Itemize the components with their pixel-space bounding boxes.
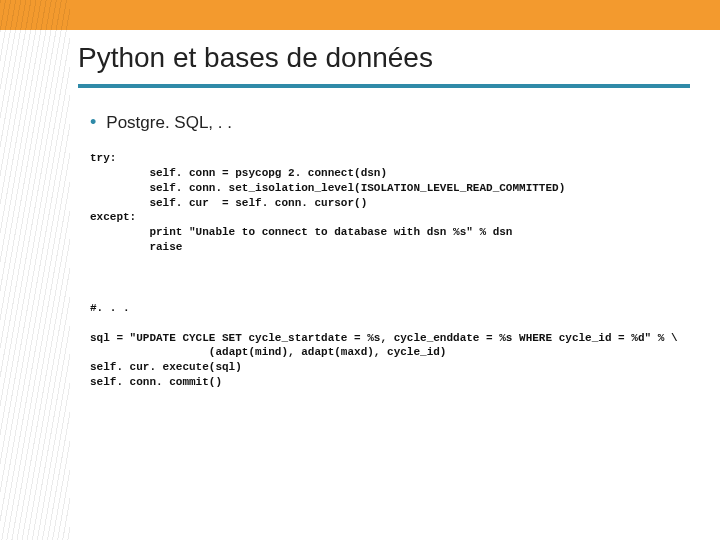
content-area: • Postgre. SQL, . . try: self. conn = ps…: [90, 112, 690, 390]
code-block-bottom: #. . . sql = "UPDATE CYCLE SET cycle_sta…: [90, 301, 690, 390]
code-block-top: try: self. conn = psycopg 2. connect(dsn…: [90, 151, 690, 255]
title-underline: [78, 84, 690, 88]
header-bar: [0, 0, 720, 30]
bullet-text: Postgre. SQL, . .: [106, 113, 232, 133]
title-block: Python et bases de données: [78, 42, 690, 88]
bullet-item: • Postgre. SQL, . .: [90, 112, 690, 133]
bullet-dot-icon: •: [90, 112, 96, 133]
left-hatching-decoration: [0, 0, 70, 540]
slide-title: Python et bases de données: [78, 42, 690, 80]
